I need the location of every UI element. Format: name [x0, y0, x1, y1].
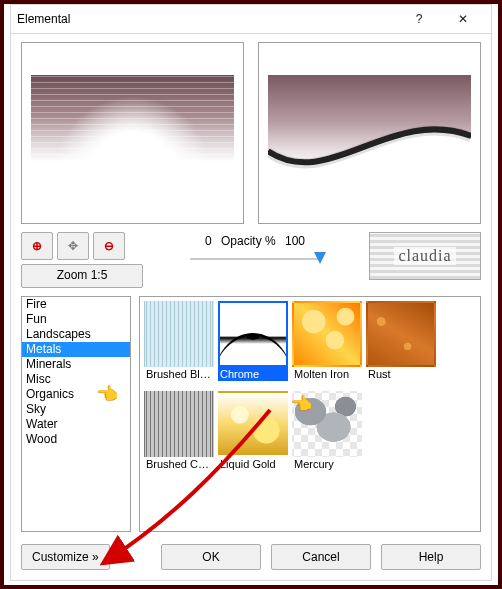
category-metals[interactable]: Metals [22, 342, 130, 357]
dialog-elemental: Elemental ? ✕ [10, 4, 492, 581]
preview-after [258, 42, 481, 224]
cancel-button[interactable]: Cancel [271, 544, 371, 570]
opacity-slider[interactable] [190, 252, 320, 266]
preset-thumb [144, 301, 214, 367]
customize-button[interactable]: Customize » [21, 544, 110, 570]
preview-before [21, 42, 244, 224]
category-minerals[interactable]: Minerals [22, 357, 130, 372]
preset-label: Molten Iron [292, 367, 362, 381]
window-title: Elemental [17, 12, 397, 26]
titlebar: Elemental ? ✕ [11, 5, 491, 34]
opacity-thumb[interactable] [314, 252, 326, 264]
preset-label: Rust [366, 367, 436, 381]
preset-brushed-blu-[interactable]: Brushed Blu... [144, 301, 214, 387]
pan-icon: ✥ [68, 239, 78, 253]
preset-molten-iron[interactable]: Molten Iron [292, 301, 362, 387]
preset-label: Brushed Blu... [144, 367, 214, 381]
category-wood[interactable]: Wood [22, 432, 130, 447]
preset-label: Liquid Gold [218, 457, 288, 471]
opacity-min: 0 [205, 234, 212, 248]
zoom-out-icon: ⊖ [104, 239, 114, 253]
category-landscapes[interactable]: Landscapes [22, 327, 130, 342]
preset-rust[interactable]: Rust [366, 301, 436, 387]
preset-thumb [218, 391, 288, 457]
zoom-in-icon: ⊕ [32, 239, 42, 253]
pointer-icon: 👈 [290, 393, 312, 415]
category-fun[interactable]: Fun [22, 312, 130, 327]
preset-thumb [144, 391, 214, 457]
close-icon: ✕ [458, 12, 468, 26]
opacity-label: Opacity % [221, 234, 276, 248]
zoom-out-button[interactable]: ⊖ [93, 232, 125, 260]
preset-label: Mercury [292, 457, 362, 471]
opacity-max: 100 [285, 234, 305, 248]
preset-chrome[interactable]: Chrome [218, 301, 288, 387]
preset-liquid-gold[interactable]: Liquid Gold [218, 391, 288, 477]
preset-thumb [292, 301, 362, 367]
close-button[interactable]: ✕ [441, 5, 485, 33]
pan-button[interactable]: ✥ [57, 232, 89, 260]
preset-label: Brushed Col... [144, 457, 214, 471]
pointer-icon: 👈 [96, 383, 118, 405]
preset-thumb [218, 301, 288, 367]
help-button-footer[interactable]: Help [381, 544, 481, 570]
ok-button[interactable]: OK [161, 544, 261, 570]
zoom-in-button[interactable]: ⊕ [21, 232, 53, 260]
help-button[interactable]: ? [397, 5, 441, 33]
category-fire[interactable]: Fire [22, 297, 130, 312]
brand-logo: claudia [369, 232, 481, 280]
zoom-level-button[interactable]: Zoom 1:5 [21, 264, 143, 288]
category-list[interactable]: FireFunLandscapesMetalsMineralsMiscOrgan… [21, 296, 131, 532]
preset-thumb [366, 301, 436, 367]
preset-label: Chrome [218, 367, 288, 381]
preset-brushed-col-[interactable]: Brushed Col... [144, 391, 214, 477]
opacity-control: 0 Opacity % 100 [151, 234, 359, 266]
category-water[interactable]: Water [22, 417, 130, 432]
help-icon: ? [416, 12, 423, 26]
